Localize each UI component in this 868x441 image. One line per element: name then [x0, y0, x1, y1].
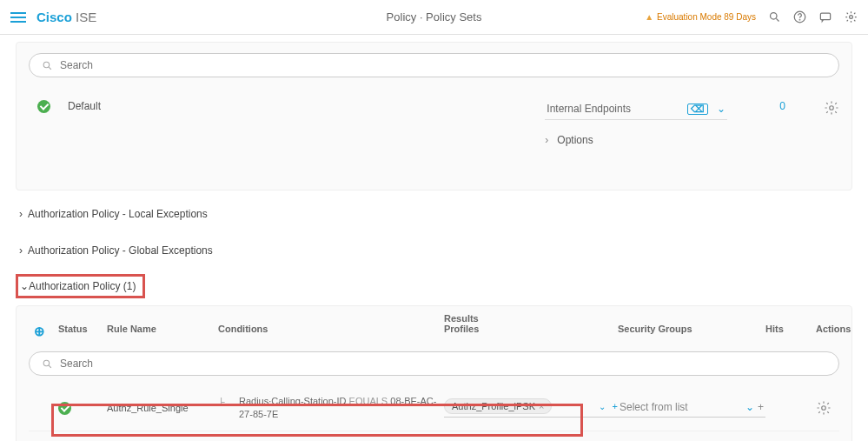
rule-name[interactable]: Authz_Rule_Single	[107, 403, 218, 413]
profile-select[interactable]: Authz_Profile_iPSK× ⌄+	[444, 398, 618, 418]
svg-point-9	[43, 360, 50, 366]
svg-point-0	[771, 13, 778, 20]
chevron-down-icon: ⌄	[599, 402, 606, 411]
table-row: Authz_Rule_Group1 IdentityGroup·Name EQU…	[29, 431, 839, 441]
top-bar: Cisco ISE Policy · Policy Sets ▲ Evaluat…	[0, 0, 868, 35]
rule-name-label: Default	[68, 100, 101, 112]
section-authorization-policy[interactable]: ⌄Authorization Policy (1)	[16, 274, 852, 298]
search-icon	[42, 358, 53, 370]
row-actions-gear-icon[interactable]	[824, 100, 839, 116]
status-check-icon	[37, 100, 50, 113]
svg-line-7	[49, 67, 51, 70]
menu-icon[interactable]	[10, 12, 26, 23]
search-input[interactable]	[60, 59, 826, 71]
status-check-icon	[58, 402, 71, 415]
chevron-down-icon: ⌄	[717, 103, 726, 115]
upper-card: Default Internal Endpoints ⌫ ⌄ › Options…	[16, 42, 852, 190]
eval-mode-badge[interactable]: ▲ Evaluation Mode 89 Days	[645, 12, 756, 22]
condition-cell[interactable]: ╘ Radius·Calling-Station-ID EQUALS 08-BE…	[218, 395, 444, 422]
add-icon[interactable]: +	[758, 401, 764, 413]
settings-icon[interactable]	[845, 10, 858, 23]
svg-point-8	[830, 106, 834, 110]
default-rule-row: Default Internal Endpoints ⌫ ⌄ › Options…	[29, 88, 839, 169]
clear-icon[interactable]: ⌫	[687, 104, 708, 115]
table-search-box[interactable]	[29, 351, 839, 376]
warning-icon: ▲	[645, 12, 653, 22]
table-search-input[interactable]	[60, 357, 826, 370]
section-local-exceptions[interactable]: ›Authorization Policy - Local Exceptions	[16, 201, 852, 227]
page-body: Default Internal Endpoints ⌫ ⌄ › Options…	[0, 42, 868, 441]
chevron-right-icon: ›	[19, 208, 23, 220]
search-box[interactable]	[29, 53, 839, 77]
hits-count: 0	[779, 100, 785, 112]
chevron-down-icon: ⌄	[20, 280, 29, 292]
authorization-policy-highlight: ⌄Authorization Policy (1)	[16, 274, 145, 298]
policy-table: Results ⊕ Status Rule Name Conditions Pr…	[16, 305, 852, 441]
help-icon[interactable]	[793, 10, 806, 23]
security-group-select[interactable]: Select from list⌄+	[618, 398, 765, 418]
breadcrumb: Policy · Policy Sets	[387, 10, 482, 23]
row-actions-gear-icon[interactable]	[816, 400, 866, 416]
chevron-right-icon: ›	[19, 244, 23, 257]
svg-point-3	[799, 19, 800, 20]
svg-rect-4	[820, 13, 830, 20]
svg-point-5	[850, 16, 853, 19]
section-global-exceptions[interactable]: ›Authorization Policy - Global Exception…	[16, 237, 852, 264]
table-row: Authz_Rule_Single ╘ Radius·Calling-Stati…	[29, 386, 839, 431]
svg-line-10	[49, 365, 51, 368]
search-icon[interactable]	[768, 10, 781, 23]
condition-icon: ╘	[218, 397, 230, 410]
identity-source-stack: Internal Endpoints ⌫ ⌄ › Options	[545, 100, 727, 146]
add-rule-button[interactable]: ⊕	[34, 324, 58, 339]
options-toggle[interactable]: › Options	[545, 134, 727, 146]
svg-point-11	[822, 406, 826, 411]
table-header: Results ⊕ Status Rule Name Conditions Pr…	[29, 313, 839, 346]
chevron-right-icon: ›	[545, 134, 548, 146]
search-icon	[42, 60, 53, 71]
remove-icon[interactable]: ×	[539, 401, 544, 411]
svg-line-1	[776, 18, 779, 21]
chat-icon[interactable]	[818, 10, 832, 23]
brand: Cisco ISE	[36, 10, 96, 24]
chevron-down-icon: ⌄	[745, 401, 754, 413]
identity-source-dropdown[interactable]: Internal Endpoints ⌫ ⌄	[545, 100, 727, 120]
svg-point-6	[43, 62, 50, 68]
